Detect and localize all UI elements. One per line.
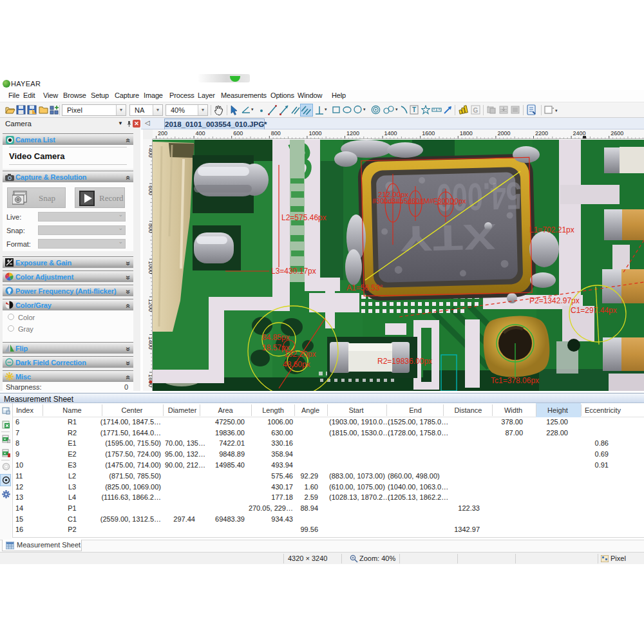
svg-text:G: G (473, 107, 478, 114)
svg-text:400: 400 (196, 130, 205, 137)
svg-text:800: 800 (271, 130, 281, 137)
svg-text:1200: 1200 (346, 130, 359, 137)
svg-text:200: 200 (158, 130, 167, 137)
svg-text:L3=430.17px: L3=430.17px (271, 267, 316, 276)
svg-text:R2=19836.00px: R2=19836.00px (377, 357, 432, 366)
svg-text:84.85px: 84.85px (262, 333, 290, 342)
svg-text:2200: 2200 (535, 130, 548, 137)
svg-text:A1=56.53°: A1=56.53° (346, 283, 383, 292)
svg-text:132.20px: 132.20px (284, 350, 316, 359)
svg-text:1400: 1400 (384, 130, 397, 137)
svg-text:T: T (412, 106, 416, 113)
svg-text:400: 400 (147, 148, 153, 158)
svg-text:600: 600 (233, 130, 243, 137)
svg-text:1600: 1600 (422, 130, 435, 137)
svg-text:48.60px: 48.60px (283, 360, 310, 369)
svg-text:L2=575.46px: L2=575.46px (281, 213, 327, 222)
svg-text:XTY: XTY (399, 216, 497, 260)
svg-text:#300d3#b5d60#M#F300D0px: #300d3#b5d60#M#F300D0px (372, 197, 466, 205)
svg-text:600: 600 (147, 185, 153, 195)
svg-text:Tc1=378.06px: Tc1=378.06px (491, 376, 539, 385)
svg-text:2600: 2600 (611, 130, 623, 137)
svg-text:1000: 1000 (308, 130, 321, 137)
svg-text:1800: 1800 (460, 130, 473, 137)
svg-text:L1=702.21px: L1=702.21px (529, 225, 574, 234)
svg-text:C1=297.44px: C1=297.44px (571, 306, 617, 315)
svg-text:2000: 2000 (497, 130, 510, 137)
svg-text:800: 800 (147, 223, 153, 233)
